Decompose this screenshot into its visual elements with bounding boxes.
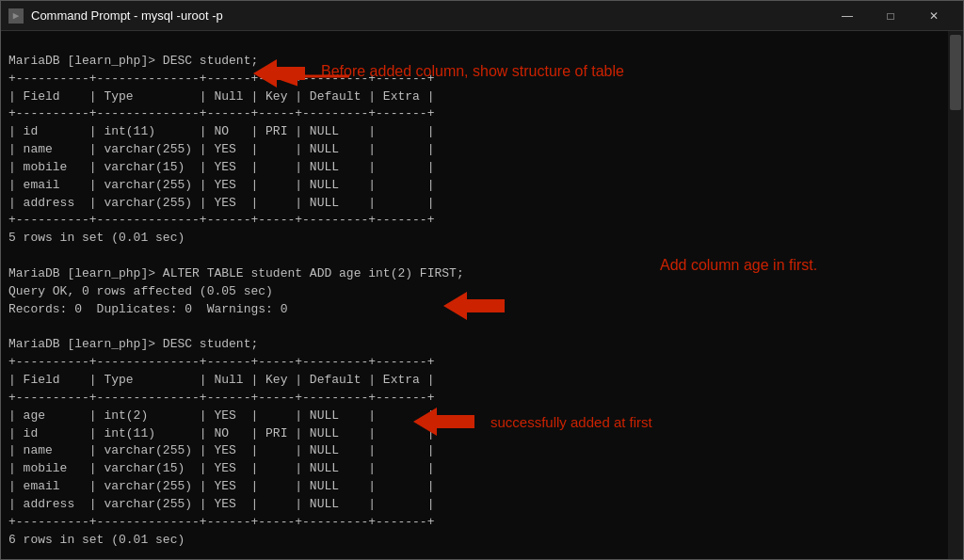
window-title: Command Prompt - mysql -uroot -p — [31, 8, 826, 23]
window-icon: ▶ — [8, 8, 24, 24]
terminal-output: MariaDB [learn_php]> DESC student; +----… — [8, 35, 956, 549]
minimize-button[interactable]: — — [826, 1, 869, 31]
close-button[interactable]: ✕ — [912, 1, 956, 31]
command-prompt-window: ▶ Command Prompt - mysql -uroot -p — □ ✕… — [0, 0, 964, 560]
maximize-button[interactable]: □ — [869, 1, 912, 31]
titlebar: ▶ Command Prompt - mysql -uroot -p — □ ✕ — [1, 1, 963, 31]
scrollbar-thumb[interactable] — [950, 35, 961, 110]
window-controls: — □ ✕ — [826, 1, 956, 31]
scrollbar[interactable] — [948, 31, 963, 559]
terminal-content: MariaDB [learn_php]> DESC student; +----… — [1, 31, 963, 559]
